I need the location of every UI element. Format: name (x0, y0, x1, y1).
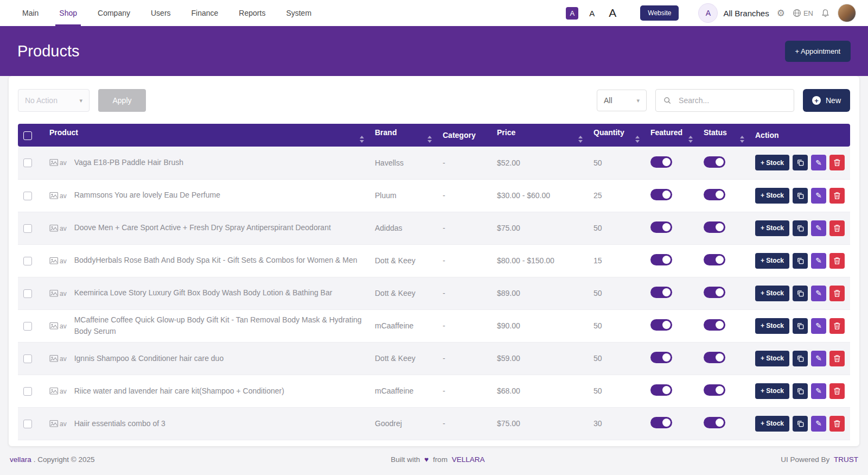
nav-item-main[interactable]: Main (12, 0, 49, 26)
stock-button[interactable]: + Stock (755, 318, 789, 334)
edit-button[interactable]: ✎ (811, 220, 826, 236)
font-size-small-button[interactable]: A (566, 7, 578, 20)
duplicate-button[interactable] (793, 220, 808, 236)
edit-button[interactable]: ✎ (811, 253, 826, 269)
stock-button[interactable]: + Stock (755, 188, 789, 204)
duplicate-button[interactable] (793, 318, 808, 334)
branch-selector[interactable]: A All Branches (698, 3, 769, 23)
product-cell: av BoddyHerbals Rose Bath And Body Spa K… (44, 244, 369, 277)
stock-button[interactable]: + Stock (755, 383, 789, 399)
stock-button[interactable]: + Stock (755, 220, 789, 236)
featured-toggle[interactable] (650, 384, 672, 396)
search-input[interactable] (678, 96, 786, 105)
row-checkbox[interactable] (23, 192, 32, 200)
delete-button[interactable] (829, 383, 845, 399)
duplicate-button[interactable] (793, 351, 808, 366)
featured-toggle[interactable] (650, 417, 672, 428)
delete-button[interactable] (829, 286, 845, 301)
duplicate-button[interactable] (793, 286, 808, 301)
row-checkbox[interactable] (23, 159, 32, 167)
bulk-action-select[interactable]: No Action ▾ (18, 89, 90, 112)
nav-item-reports[interactable]: Reports (228, 0, 276, 26)
font-size-medium-button[interactable]: A (586, 8, 598, 18)
edit-button[interactable]: ✎ (811, 155, 826, 170)
price-cell: $30.00 - $60.00 (492, 179, 588, 212)
delete-button[interactable] (829, 220, 845, 236)
appointment-button[interactable]: + Appointment (785, 41, 851, 62)
delete-button[interactable] (829, 253, 845, 269)
status-toggle[interactable] (704, 189, 725, 200)
col-price[interactable]: Price (492, 124, 588, 147)
row-checkbox[interactable] (23, 420, 32, 428)
featured-toggle[interactable] (650, 254, 672, 265)
col-product[interactable]: Product (44, 124, 369, 147)
duplicate-button[interactable] (793, 155, 808, 170)
delete-button[interactable] (829, 318, 845, 334)
filter-select[interactable]: All ▾ (597, 90, 647, 111)
settings-button[interactable]: ⚙ (777, 8, 785, 19)
footer-trust-link[interactable]: TRUST (834, 455, 858, 464)
price-cell: $75.00 (492, 212, 588, 244)
duplicate-button[interactable] (793, 383, 808, 399)
delete-button[interactable] (829, 188, 845, 204)
font-size-large-button[interactable]: A (605, 6, 620, 20)
footer-vellara-link[interactable]: VELLARA (452, 455, 485, 464)
apply-button[interactable]: Apply (98, 89, 146, 112)
nav-item-shop[interactable]: Shop (49, 0, 87, 26)
col-status[interactable]: Status (698, 124, 750, 147)
nav-item-company[interactable]: Company (87, 0, 141, 26)
featured-toggle[interactable] (650, 221, 672, 233)
language-selector[interactable]: EN (793, 9, 813, 17)
edit-button[interactable]: ✎ (811, 416, 826, 432)
notifications-button[interactable] (821, 9, 830, 18)
row-checkbox[interactable] (23, 322, 32, 331)
nav-item-system[interactable]: System (276, 0, 322, 26)
stock-button[interactable]: + Stock (755, 286, 789, 301)
edit-button[interactable]: ✎ (811, 351, 826, 366)
featured-toggle[interactable] (650, 287, 672, 298)
status-toggle[interactable] (704, 254, 725, 265)
stock-button[interactable]: + Stock (755, 351, 789, 366)
edit-button[interactable]: ✎ (811, 383, 826, 399)
stock-button[interactable]: + Stock (755, 155, 789, 170)
edit-button[interactable]: ✎ (811, 286, 826, 301)
delete-button[interactable] (829, 155, 845, 170)
nav-item-finance[interactable]: Finance (181, 0, 229, 26)
edit-button[interactable]: ✎ (811, 188, 826, 204)
new-button[interactable]: + New (803, 89, 850, 112)
status-toggle[interactable] (704, 319, 725, 331)
featured-toggle[interactable] (650, 156, 672, 168)
status-toggle[interactable] (704, 156, 725, 168)
status-toggle[interactable] (704, 417, 725, 428)
status-toggle[interactable] (704, 352, 725, 363)
col-category[interactable]: Category (437, 124, 492, 147)
website-button[interactable]: Website (640, 5, 679, 21)
nav-item-users[interactable]: Users (141, 0, 181, 26)
stock-button[interactable]: + Stock (755, 416, 789, 432)
featured-toggle[interactable] (650, 352, 672, 363)
col-brand[interactable]: Brand (369, 124, 437, 147)
table-row: av Rammsons You are lovely Eau De Perfum… (18, 179, 850, 212)
select-all-checkbox[interactable] (23, 131, 32, 140)
duplicate-button[interactable] (793, 188, 808, 204)
featured-toggle[interactable] (650, 319, 672, 331)
delete-button[interactable] (829, 416, 845, 432)
status-toggle[interactable] (704, 384, 725, 396)
col-featured[interactable]: Featured (645, 124, 698, 147)
duplicate-button[interactable] (793, 416, 808, 432)
duplicate-button[interactable] (793, 253, 808, 269)
row-checkbox[interactable] (23, 387, 32, 396)
row-checkbox[interactable] (23, 257, 32, 265)
col-quantity[interactable]: Quantity (588, 124, 645, 147)
status-toggle[interactable] (704, 221, 725, 233)
row-checkbox[interactable] (23, 354, 32, 363)
row-checkbox[interactable] (23, 289, 32, 298)
row-checkbox[interactable] (23, 224, 32, 233)
featured-toggle[interactable] (650, 189, 672, 200)
user-avatar[interactable] (838, 4, 856, 22)
footer-brand-link[interactable]: vellara (10, 455, 31, 464)
stock-button[interactable]: + Stock (755, 253, 789, 269)
edit-button[interactable]: ✎ (811, 318, 826, 334)
delete-button[interactable] (829, 351, 845, 366)
status-toggle[interactable] (704, 287, 725, 298)
